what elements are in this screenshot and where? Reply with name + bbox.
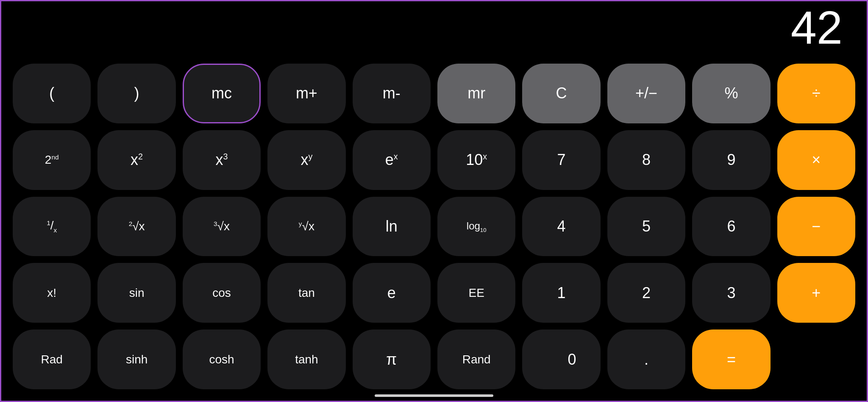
x-cubed-button[interactable]: x3 — [183, 130, 261, 190]
m-plus-button[interactable]: m+ — [267, 64, 345, 123]
tanh-button[interactable]: tanh — [267, 329, 345, 389]
two-button[interactable]: 2 — [607, 263, 685, 323]
zero-button[interactable]: 0 — [522, 329, 600, 389]
nine-button[interactable]: 9 — [692, 130, 770, 190]
home-indicator — [375, 394, 493, 397]
mr-button[interactable]: mr — [437, 64, 515, 123]
second-button[interactable]: 2nd — [13, 130, 91, 190]
x-factorial-button[interactable]: x! — [13, 263, 91, 323]
sqrty-button[interactable]: y√x — [267, 197, 345, 257]
cos-button[interactable]: cos — [183, 263, 261, 323]
decimal-button[interactable]: . — [607, 329, 685, 389]
five-button[interactable]: 5 — [607, 197, 685, 257]
three-button[interactable]: 3 — [692, 263, 770, 323]
plus-minus-button[interactable]: +/− — [607, 64, 685, 123]
cosh-button[interactable]: cosh — [183, 329, 261, 389]
ln-button[interactable]: ln — [353, 197, 431, 257]
four-button[interactable]: 4 — [522, 197, 600, 257]
ee-button[interactable]: EE — [437, 263, 515, 323]
m-minus-button[interactable]: m- — [353, 64, 431, 123]
buttons-grid: ( ) mc m+ m- mr C +/− % ÷ 2nd x2 x3 xy e… — [0, 59, 868, 402]
add-button[interactable]: + — [777, 263, 855, 323]
tan-button[interactable]: tan — [267, 263, 345, 323]
equals-button[interactable]: = — [692, 329, 770, 389]
clear-button[interactable]: C — [522, 64, 600, 123]
sqrt3-button[interactable]: 3√x — [183, 197, 261, 257]
pi-button[interactable]: π — [353, 329, 431, 389]
close-paren-button[interactable]: ) — [97, 64, 175, 123]
display-value: 42 — [791, 4, 843, 51]
percent-button[interactable]: % — [692, 64, 770, 123]
one-over-x-button[interactable]: 1/x — [13, 197, 91, 257]
mc-button[interactable]: mc — [183, 64, 261, 123]
log10-button[interactable]: log10 — [437, 197, 515, 257]
multiply-button[interactable]: × — [777, 130, 855, 190]
seven-button[interactable]: 7 — [522, 130, 600, 190]
calculator: 42 ( ) mc m+ m- mr C +/− % ÷ 2nd x2 x3 x… — [0, 0, 868, 402]
sinh-button[interactable]: sinh — [97, 329, 175, 389]
divide-button[interactable]: ÷ — [777, 64, 855, 123]
sqrt2-button[interactable]: 2√x — [97, 197, 175, 257]
display-area: 42 — [0, 0, 868, 59]
one-button[interactable]: 1 — [522, 263, 600, 323]
rand-button[interactable]: Rand — [437, 329, 515, 389]
ten-x-button[interactable]: 10x — [437, 130, 515, 190]
subtract-button[interactable]: − — [777, 197, 855, 257]
open-paren-button[interactable]: ( — [13, 64, 91, 123]
x-y-button[interactable]: xy — [267, 130, 345, 190]
sin-button[interactable]: sin — [97, 263, 175, 323]
six-button[interactable]: 6 — [692, 197, 770, 257]
e-x-button[interactable]: ex — [353, 130, 431, 190]
x-squared-button[interactable]: x2 — [97, 130, 175, 190]
eight-button[interactable]: 8 — [607, 130, 685, 190]
rad-button[interactable]: Rad — [13, 329, 91, 389]
e-const-button[interactable]: e — [353, 263, 431, 323]
